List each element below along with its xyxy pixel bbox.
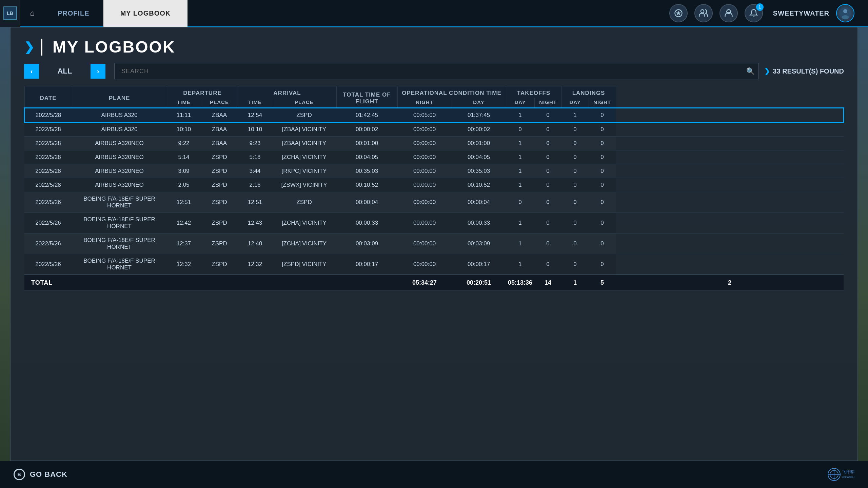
cell-total: 00:00:33: [336, 213, 397, 233]
table-row[interactable]: 2022/5/28 AIRBUS A320NEO 5:14 ZSPD 5:18 …: [24, 150, 844, 164]
user-avatar[interactable]: [836, 4, 854, 22]
th-dep-time: TIME: [167, 98, 201, 108]
cell-to-day: 1: [506, 178, 534, 192]
cell-to-night: 0: [534, 164, 561, 178]
cell-land-day: 0: [561, 150, 589, 164]
search-input[interactable]: [114, 63, 759, 79]
cell-dep-time: 12:51: [167, 192, 201, 213]
cell-oct-day: 00:00:17: [452, 254, 506, 275]
cell-plane: BOEING F/A-18E/F SUPER HORNET: [72, 213, 167, 233]
cell-dep-time: 12:32: [167, 254, 201, 275]
cell-dep-time: 5:14: [167, 150, 201, 164]
cell-arr-time: 12:32: [238, 254, 272, 275]
cell-arr-time: 3:44: [238, 164, 272, 178]
profile-button[interactable]: [719, 4, 738, 22]
cell-dep-place: ZSPD: [201, 254, 238, 275]
profile-nav-item[interactable]: PROFILE: [44, 0, 103, 27]
cell-dep-time: 9:22: [167, 137, 201, 150]
th-takeoffs: TAKEOFFS: [506, 86, 561, 98]
cell-arr-place: [ZCHA] VICINITY: [272, 233, 336, 254]
filter-prev-button[interactable]: ‹: [24, 64, 39, 79]
cell-total: 00:35:03: [336, 164, 397, 178]
filter-bar: ‹ ALL › 🔍 ❯ 33 RESULT(S) FOUND: [11, 63, 857, 86]
table-row[interactable]: 2022/5/28 AIRBUS A320NEO 3:09 ZSPD 3:44 …: [24, 164, 844, 178]
th-to-day: DAY: [506, 98, 534, 108]
total-oct-day: 05:13:36: [506, 275, 534, 291]
cell-total: 01:42:45: [336, 108, 397, 122]
title-divider: [41, 39, 42, 56]
table-row[interactable]: 2022/5/26 BOEING F/A-18E/F SUPER HORNET …: [24, 233, 844, 254]
cell-land-night: 0: [589, 137, 616, 150]
table-row[interactable]: 2022/5/28 AIRBUS A320 10:10 ZBAA 10:10 […: [24, 122, 844, 137]
cell-oct-day: 00:03:09: [452, 233, 506, 254]
table-row[interactable]: 2022/5/28 AIRBUS A320NEO 9:22 ZBAA 9:23 …: [24, 137, 844, 150]
total-label: TOTAL: [24, 275, 167, 291]
cell-date: 2022/5/26: [24, 213, 72, 233]
cell-to-night: 0: [534, 254, 561, 275]
results-found: ❯ 33 RESULT(S) FOUND: [764, 67, 844, 75]
cell-total: 00:00:17: [336, 254, 397, 275]
cell-plane: BOEING F/A-18E/F SUPER HORNET: [72, 233, 167, 254]
cell-total: 00:03:09: [336, 233, 397, 254]
search-icon: 🔍: [746, 67, 755, 75]
cell-arr-place: [RKPC] VICINITY: [272, 164, 336, 178]
cell-oct-night: 00:00:00: [397, 192, 452, 213]
total-to-night: 1: [561, 275, 589, 291]
search-container: 🔍: [114, 63, 759, 79]
cell-to-day: 0: [506, 192, 534, 213]
main-panel: ❯ MY LOGBOOK ‹ ALL › 🔍 ❯ 33 RESULT(S) FO…: [10, 27, 858, 461]
th-landings: LANDINGS: [561, 86, 616, 98]
table-row[interactable]: 2022/5/28 AIRBUS A320NEO 2:05 ZSPD 2:16 …: [24, 178, 844, 192]
cell-arr-time: 2:16: [238, 178, 272, 192]
friends-button[interactable]: [694, 4, 713, 22]
cell-dep-time: 12:42: [167, 213, 201, 233]
table-row[interactable]: 2022/5/26 BOEING F/A-18E/F SUPER HORNET …: [24, 192, 844, 213]
cell-land-night: 0: [589, 233, 616, 254]
th-oct-day: DAY: [452, 98, 506, 108]
svg-text:飞行者联盟: 飞行者联盟: [842, 470, 854, 474]
cell-oct-day: 01:37:45: [452, 108, 506, 122]
table-row[interactable]: 2022/5/26 BOEING F/A-18E/F SUPER HORNET …: [24, 213, 844, 233]
controller-b-icon: B: [14, 469, 25, 480]
notifications-button[interactable]: 1: [745, 4, 763, 22]
go-back-button[interactable]: B GO BACK: [14, 469, 67, 480]
th-oct-night: NIGHT: [397, 98, 452, 108]
cell-arr-place: ZSPD: [272, 192, 336, 213]
cell-plane: AIRBUS A320: [72, 108, 167, 122]
filter-next-button[interactable]: ›: [91, 64, 105, 79]
cell-oct-night: 00:05:00: [397, 108, 452, 122]
achievements-button[interactable]: [669, 4, 688, 22]
th-land-night: NIGHT: [589, 98, 616, 108]
cell-dep-place: ZSPD: [201, 164, 238, 178]
logbook-tab[interactable]: MY LOGBOOK: [103, 0, 188, 27]
cell-dep-time: 12:37: [167, 233, 201, 254]
cell-dep-time: 10:10: [167, 122, 201, 137]
cell-date: 2022/5/26: [24, 192, 72, 213]
cell-date: 2022/5/26: [24, 254, 72, 275]
home-button[interactable]: ⌂: [20, 0, 44, 27]
total-placeholder: [167, 275, 397, 291]
cell-dep-time: 3:09: [167, 164, 201, 178]
cell-arr-place: [ZCHA] VICINITY: [272, 150, 336, 164]
cell-oct-night: 00:00:00: [397, 164, 452, 178]
cell-arr-time: 12:43: [238, 213, 272, 233]
th-land-day: DAY: [561, 98, 589, 108]
th-arr-time: TIME: [238, 98, 272, 108]
th-to-night: NIGHT: [534, 98, 561, 108]
cell-arr-place: [ZSPD] VICINITY: [272, 254, 336, 275]
total-flight-time: 05:34:27: [397, 275, 452, 291]
table-row[interactable]: 2022/5/28 AIRBUS A320 11:11 ZBAA 12:54 Z…: [24, 108, 844, 122]
total-to-day: 14: [534, 275, 561, 291]
cell-land-day: 0: [561, 122, 589, 137]
cell-dep-place: ZBAA: [201, 108, 238, 122]
bottom-bar: B GO BACK 飞行者联盟 chinaflier.com: [0, 461, 868, 488]
cell-oct-night: 00:00:00: [397, 150, 452, 164]
cell-total: 00:00:04: [336, 192, 397, 213]
table-row[interactable]: 2022/5/26 BOEING F/A-18E/F SUPER HORNET …: [24, 254, 844, 275]
cell-date: 2022/5/28: [24, 164, 72, 178]
cell-arr-time: 12:40: [238, 233, 272, 254]
cell-oct-day: 00:04:05: [452, 150, 506, 164]
top-navigation: LB ⌂ PROFILE MY LOGBOOK 1 SWEETYWATER: [0, 0, 868, 27]
logbook-table: DATE PLANE DEPARTURE ARRIVAL TOTAL TIME …: [24, 86, 844, 291]
cell-dep-place: ZSPD: [201, 192, 238, 213]
